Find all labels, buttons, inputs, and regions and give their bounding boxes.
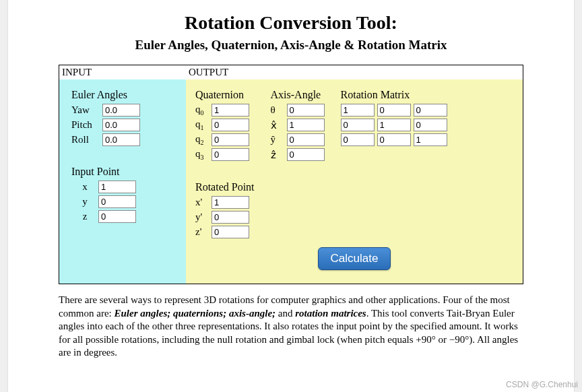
point-y-label: y bbox=[71, 196, 98, 207]
q1-label: q1 bbox=[195, 119, 212, 131]
axis-y-output[interactable] bbox=[287, 133, 325, 146]
matrix-r20[interactable] bbox=[341, 133, 375, 146]
page-title: Rotation Conversion Tool: bbox=[28, 12, 554, 34]
axis-z-output[interactable] bbox=[287, 148, 325, 161]
point-z-input[interactable] bbox=[98, 210, 136, 223]
matrix-r02[interactable] bbox=[414, 104, 447, 117]
calculate-button[interactable]: Calculate bbox=[318, 247, 391, 270]
output-header: OUTPUT bbox=[186, 65, 523, 79]
matrix-r11[interactable] bbox=[377, 119, 411, 131]
matrix-r21[interactable] bbox=[377, 133, 411, 146]
axis-angle-title: Axis-Angle bbox=[271, 89, 325, 101]
panel-headers: INPUT OUTPUT bbox=[59, 65, 523, 79]
rp-z-output[interactable] bbox=[212, 226, 249, 238]
output-panel: Quaternion q0 q1 q2 bbox=[186, 79, 523, 284]
rp-z-label: z' bbox=[195, 226, 212, 238]
theta-output[interactable] bbox=[287, 104, 325, 117]
axis-x-output[interactable] bbox=[287, 119, 325, 131]
input-header: INPUT bbox=[59, 65, 186, 79]
point-x-label: x bbox=[71, 181, 98, 193]
q1-output[interactable] bbox=[212, 119, 249, 131]
q0-label: q0 bbox=[195, 104, 212, 117]
point-x-input[interactable] bbox=[98, 181, 136, 193]
matrix-r10[interactable] bbox=[341, 119, 375, 131]
euler-title: Euler Angles bbox=[71, 89, 179, 101]
rp-y-label: y' bbox=[195, 211, 212, 223]
input-point-title: Input Point bbox=[71, 166, 179, 178]
axis-z-label: ẑ bbox=[271, 149, 287, 161]
tool-container: INPUT OUTPUT Euler Angles Yaw Pitch Roll bbox=[59, 65, 523, 284]
theta-label: θ bbox=[271, 104, 287, 116]
rotation-matrix-title: Rotation Matrix bbox=[341, 89, 447, 101]
roll-input[interactable] bbox=[102, 133, 140, 146]
point-y-input[interactable] bbox=[98, 195, 136, 208]
matrix-r00[interactable] bbox=[341, 104, 375, 117]
quaternion-section: Quaternion q0 q1 q2 bbox=[195, 89, 255, 240]
q2-label: q2 bbox=[195, 133, 212, 146]
rp-y-output[interactable] bbox=[212, 211, 249, 224]
page-subtitle: Euler Angles, Quaternion, Axis-Angle & R… bbox=[28, 38, 554, 53]
matrix-r12[interactable] bbox=[414, 119, 447, 131]
matrix-r01[interactable] bbox=[377, 104, 411, 117]
page: Rotation Conversion Tool: Euler Angles, … bbox=[8, 0, 574, 392]
roll-label: Roll bbox=[71, 134, 102, 145]
yaw-label: Yaw bbox=[71, 104, 102, 116]
watermark: CSDN @G.Chenhui bbox=[506, 380, 578, 389]
rotation-matrix-section: Rotation Matrix bbox=[341, 89, 447, 240]
axis-angle-section: Axis-Angle θ x̂ ŷ bbox=[271, 89, 325, 240]
q3-label: q3 bbox=[195, 148, 212, 161]
rp-x-label: x' bbox=[195, 197, 212, 208]
axis-x-label: x̂ bbox=[271, 119, 287, 131]
calculate-wrap: Calculate bbox=[195, 240, 513, 278]
description-text: There are several ways to represent 3D r… bbox=[59, 294, 523, 360]
matrix-r22[interactable] bbox=[414, 133, 447, 146]
input-panel: Euler Angles Yaw Pitch Roll Input Point … bbox=[59, 79, 186, 284]
axis-y-label: ŷ bbox=[271, 134, 287, 145]
pitch-label: Pitch bbox=[71, 119, 102, 131]
q0-output[interactable] bbox=[212, 104, 249, 117]
rotated-point-title: Rotated Point bbox=[195, 181, 255, 193]
rotated-point-section: Rotated Point x' y' z' bbox=[195, 181, 255, 238]
q2-output[interactable] bbox=[212, 133, 249, 146]
point-z-label: z bbox=[71, 211, 98, 222]
q3-output[interactable] bbox=[212, 148, 249, 161]
rp-x-output[interactable] bbox=[212, 196, 249, 209]
yaw-input[interactable] bbox=[102, 104, 140, 117]
quaternion-title: Quaternion bbox=[195, 89, 255, 101]
pitch-input[interactable] bbox=[102, 119, 140, 131]
